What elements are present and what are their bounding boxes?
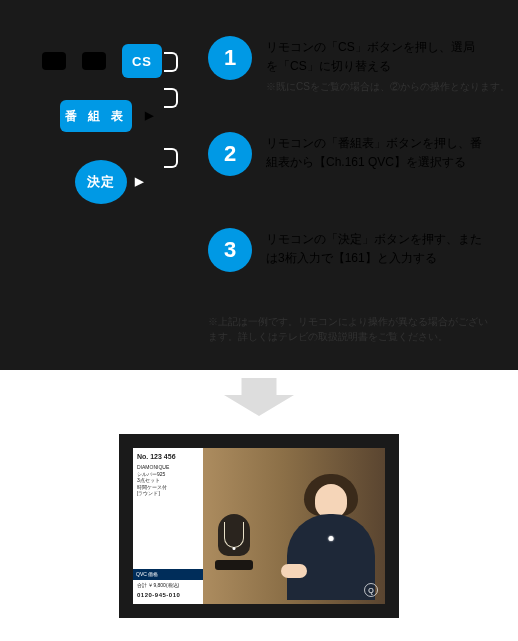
step-note: ※既にCSをご覧の場合は、②からの操作となります。 (266, 80, 510, 94)
connector-icon (164, 52, 192, 72)
product-info-panel: No. 123 456 DIAMONIQUE シルバー925 3点セット 時間ケ… (133, 448, 203, 604)
necklace-stand-icon (215, 514, 253, 576)
instruction-footnote: ※上記は一例です。リモコンにより操作が異なる場合がございます。詳しくはテレビの取… (208, 314, 488, 344)
remote-right-icon: ▶ (138, 104, 160, 126)
instruction-panel: CS 番 組 表 ▶ 決定 ▶ 1 リモコンの「CS」ボタンを押し、選局を「CS… (0, 0, 518, 370)
step-3: 3 リモコンの「決定」ボタンを押す、または3桁入力で【161】と入力する (208, 228, 486, 272)
step-2: 2 リモコンの「番組表」ボタンを押し、番組表から【Ch.161 QVC】を選択す… (208, 132, 486, 176)
step-text: リモコンの「決定」ボタンを押す、または3桁入力で【161】と入力する (266, 228, 486, 268)
remote-enter-button: 決定 (75, 160, 127, 204)
product-number: No. 123 456 (137, 452, 199, 461)
broadcast-scene: Q (203, 448, 385, 604)
connector-icon (164, 148, 192, 168)
step-number: 1 (208, 36, 252, 80)
down-arrow-icon (224, 378, 294, 416)
product-price: 合計 ￥9,800(税込) (137, 580, 199, 589)
channel-logo-icon: Q (364, 583, 378, 597)
product-description: DIAMONIQUE シルバー925 3点セット 時間ケース付 [ラウンド] (137, 464, 199, 566)
step-text: リモコンの「番組表」ボタンを押し、番組表から【Ch.161 QVC】を選択する (266, 132, 486, 172)
step-number: 3 (208, 228, 252, 272)
step-text: リモコンの「CS」ボタンを押し、選局を「CS」に切り替える (266, 36, 486, 76)
pendant-icon (329, 536, 334, 541)
remote-enter-right-icon: ▶ (128, 170, 150, 192)
remote-button-placeholder-2 (82, 52, 106, 70)
step-number: 2 (208, 132, 252, 176)
tv-screen: No. 123 456 DIAMONIQUE シルバー925 3点セット 時間ケ… (133, 448, 385, 604)
necklace-icon (224, 522, 244, 548)
remote-cs-button: CS (122, 44, 162, 78)
step-1: 1 リモコンの「CS」ボタンを押し、選局を「CS」に切り替える ※既にCSをご覧… (208, 36, 510, 94)
connector-icon (164, 88, 192, 108)
price-label-badge: QVC 価格 (133, 569, 203, 580)
result-panel: No. 123 456 DIAMONIQUE シルバー925 3点セット 時間ケ… (0, 370, 518, 641)
tv-frame: No. 123 456 DIAMONIQUE シルバー925 3点セット 時間ケ… (119, 434, 399, 618)
phone-number: 0120-945-010 (137, 588, 199, 600)
remote-guide-button: 番 組 表 (60, 100, 132, 132)
presenter-figure (285, 474, 377, 604)
remote-button-placeholder-1 (42, 52, 66, 70)
